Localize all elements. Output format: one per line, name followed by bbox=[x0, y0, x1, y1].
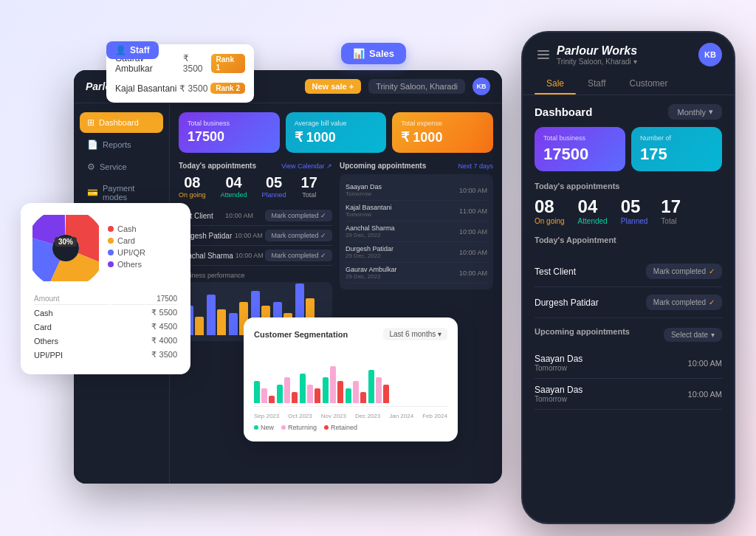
new-sale-button[interactable]: New sale + bbox=[305, 79, 362, 94]
legend-label-cash: Cash bbox=[117, 224, 137, 233]
phone-upcoming-time-1: 10:00 AM bbox=[688, 390, 722, 399]
pie-label-others: Others bbox=[34, 334, 109, 347]
staff-badge[interactable]: 👤 Staff bbox=[106, 41, 159, 59]
sidebar-item-reports[interactable]: 📄 Reports bbox=[80, 134, 163, 155]
desktop-header-right: New sale + Trinity Saloon, Kharadi KB bbox=[305, 78, 490, 95]
pie-table-header-1: 17500 bbox=[111, 293, 177, 305]
stat-avg-bill: Average bill value ₹ 1000 bbox=[286, 112, 387, 153]
select-date-button[interactable]: Select date ▾ bbox=[664, 328, 722, 342]
sales-badge[interactable]: 📊 Sales bbox=[341, 43, 406, 64]
seg-bar-nov-rtn bbox=[315, 388, 320, 403]
phone-upcoming-name-0: Saayan Das bbox=[535, 354, 583, 364]
sidebar-item-service[interactable]: ⚙ Service bbox=[80, 157, 163, 177]
sales-badge-label: Sales bbox=[369, 48, 394, 59]
seg-group-oct bbox=[277, 377, 298, 403]
seg-dot-retained bbox=[324, 425, 329, 430]
seg-xlabel-1: Oct 2023 bbox=[288, 413, 312, 419]
monthly-button[interactable]: Monthly ▾ bbox=[668, 104, 722, 120]
phone-today-title: Today's appointments bbox=[535, 182, 722, 190]
phone-ongoing-num: 08 bbox=[535, 196, 565, 217]
phone-logo: Parlour Works bbox=[557, 44, 637, 58]
tab-sale[interactable]: Sale bbox=[535, 72, 576, 95]
upcoming-name-2: Aanchal Sharma bbox=[346, 224, 395, 232]
seg-xlabel-2: Nov 2023 bbox=[321, 413, 346, 419]
upcoming-list: Saayan Das Tomorrow 10:00 AM Kajal Basan… bbox=[340, 174, 493, 289]
appt-num-planned: 05 Planned bbox=[262, 174, 286, 199]
upcoming-period: Next 7 days bbox=[458, 162, 493, 170]
view-calendar-link[interactable]: View Calendar ↗ bbox=[281, 162, 332, 170]
phone-upcoming-sub-0: Tomorrow bbox=[535, 364, 583, 372]
phone-upcoming-header: Upcoming appointments Select date ▾ bbox=[535, 327, 722, 342]
mark-btn-1[interactable]: Mark completed ✓ bbox=[265, 230, 332, 241]
appt-time-2: 10:00 AM bbox=[236, 252, 264, 259]
sidebar-item-dashboard[interactable]: ⊞ Dashboard bbox=[80, 112, 163, 133]
sidebar-label-reports: Reports bbox=[103, 140, 131, 149]
upcoming-name-1: Kajal Basantani bbox=[346, 204, 392, 211]
staff-amount-2: ₹ 3500 bbox=[179, 83, 207, 94]
segmentation-card: Customer Segmentation Last 6 months ▾ bbox=[244, 317, 458, 441]
staff-row-2: Kajal Basantani ₹ 3500 Rank 2 bbox=[106, 78, 254, 98]
seg-bar-feb-ret bbox=[376, 377, 382, 403]
phone-kb-avatar[interactable]: KB bbox=[698, 43, 722, 66]
upcoming-row-0: Saayan Das Tomorrow 10:00 AM bbox=[346, 180, 487, 201]
seg-xlabel-5: Feb 2024 bbox=[422, 413, 447, 419]
mark-btn-2[interactable]: Mark completed ✓ bbox=[265, 250, 332, 261]
pie-label-cash: Cash bbox=[34, 306, 109, 319]
phone-inner: Parlour Works Trinity Saloon, Kharadi ▾ … bbox=[523, 32, 734, 523]
seg-filter[interactable]: Last 6 months ▾ bbox=[383, 328, 447, 340]
phone-appt-total: 17 Total bbox=[661, 196, 681, 225]
upcoming-name-4: Gaurav Ambulkar bbox=[346, 266, 397, 273]
appointment-numbers: 08 On going 04 Attended 05 Planned 17 bbox=[179, 174, 332, 199]
seg-bar-jan-rtn bbox=[360, 392, 366, 403]
legend-label-upi: UPI/QR bbox=[117, 248, 145, 257]
pie-row-upi: UPI/PPI ₹ 3500 bbox=[34, 348, 177, 361]
monthly-label: Monthly bbox=[677, 108, 706, 117]
chevron-icon: ▾ bbox=[633, 58, 637, 66]
appt-time-0: 10:00 AM bbox=[225, 212, 253, 219]
mark-btn-0[interactable]: Mark completed ✓ bbox=[265, 210, 332, 221]
pie-value-cash: ₹ 5500 bbox=[111, 306, 177, 319]
seg-xlabel-4: Jan 2024 bbox=[389, 413, 413, 419]
seg-legend-new: New bbox=[254, 424, 274, 431]
mobile-phone: Parlour Works Trinity Saloon, Kharadi ▾ … bbox=[521, 31, 735, 524]
planned-num: 05 bbox=[262, 174, 286, 191]
stat-value-0: 17500 bbox=[188, 129, 271, 145]
seg-legend-retained: Retained bbox=[324, 424, 357, 431]
phone-content: Dashboard Monthly ▾ Total business 17500… bbox=[523, 95, 734, 523]
seg-bar-feb-rtn bbox=[383, 385, 389, 403]
upcoming-date-1: Tomorrow bbox=[346, 211, 392, 218]
tab-customer[interactable]: Customer bbox=[618, 72, 680, 95]
upcoming-name-3: Durgesh Patidar bbox=[346, 245, 394, 252]
seg-bar-sep-new bbox=[254, 381, 260, 403]
upcoming-section: Upcoming appointments Next 7 days Saayan… bbox=[340, 162, 493, 341]
stat-total-business: Total business 17500 bbox=[179, 112, 280, 153]
check-icon-0: ✓ bbox=[709, 267, 715, 275]
pie-svg bbox=[32, 215, 99, 281]
hamburger-menu[interactable] bbox=[535, 47, 552, 62]
phone-planned-num: 05 bbox=[621, 196, 648, 217]
payment-icon: 💳 bbox=[87, 188, 98, 198]
upcoming-date-3: 29 Dec, 2022 bbox=[346, 252, 394, 259]
seg-bar-nov-new bbox=[300, 374, 306, 403]
legend-label-others: Others bbox=[117, 260, 142, 269]
seg-legend-label-returning: Returning bbox=[288, 424, 317, 431]
stat-total-expense: Total expense ₹ 1000 bbox=[392, 112, 493, 153]
phone-upcoming-name-1: Saayan Das bbox=[535, 385, 583, 395]
upcoming-row-1: Kajal Basantani Tomorrow 11:00 AM bbox=[346, 201, 487, 221]
upcoming-time-1: 11:00 AM bbox=[459, 207, 487, 215]
phone-logo-sub: Trinity Saloon, Kharadi ▾ bbox=[557, 58, 637, 66]
location-badge: Trinity Saloon, Kharadi bbox=[368, 79, 465, 94]
phone-stat-label-0: Total business bbox=[543, 134, 616, 142]
upcoming-date-2: 29 Dec, 2022 bbox=[346, 232, 395, 238]
legend-dot-card bbox=[108, 238, 114, 244]
tab-staff[interactable]: Staff bbox=[576, 72, 617, 95]
phone-mark-btn-1[interactable]: Mark completed ✓ bbox=[646, 295, 722, 310]
seg-bar-dec-rtn bbox=[337, 381, 343, 403]
today-appointments-section: Today's appointments View Calendar ↗ 08 … bbox=[179, 162, 332, 341]
appt-row-0: Test Client 10:00 AM Mark completed ✓ bbox=[179, 206, 332, 226]
upcoming-time-2: 10:00 AM bbox=[459, 228, 487, 236]
phone-stat-business: Total business 17500 bbox=[535, 127, 625, 171]
phone-dashboard-title: Dashboard bbox=[535, 106, 592, 118]
phone-mark-btn-0[interactable]: Mark completed ✓ bbox=[646, 264, 722, 279]
upcoming-name-0: Saayan Das bbox=[346, 183, 382, 190]
